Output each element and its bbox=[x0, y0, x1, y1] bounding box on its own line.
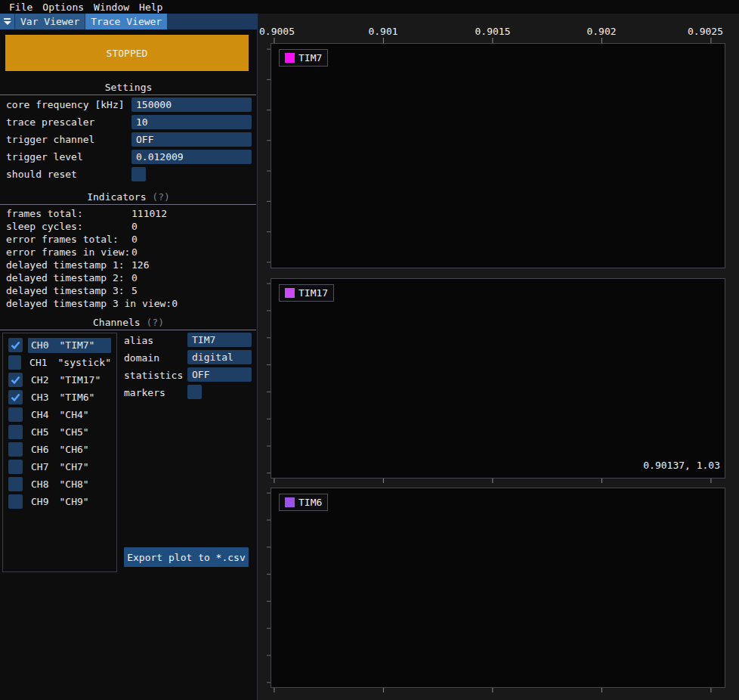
trace-prescaler-input[interactable]: 10 bbox=[131, 115, 252, 129]
trace-viewer-window: File Options Window Help Var Viewer Trac… bbox=[0, 0, 739, 700]
channel-row-ch5[interactable]: CH5"CH5" bbox=[8, 424, 111, 440]
channel-label[interactable]: CH1"systick" bbox=[26, 355, 111, 370]
settings-header: Settings bbox=[0, 81, 257, 94]
menu-help[interactable]: Help bbox=[138, 2, 164, 13]
channel-label[interactable]: CH2"TIM17" bbox=[28, 373, 111, 388]
indicator-value: 0 bbox=[172, 297, 178, 310]
channel-id: CH0 bbox=[31, 339, 48, 351]
collapse-arrow-icon bbox=[4, 18, 11, 20]
legend-tim17[interactable]: TIM17 bbox=[279, 284, 334, 302]
channel-row-ch4[interactable]: CH4"CH4" bbox=[8, 407, 111, 423]
channel-checkbox-ch1[interactable] bbox=[8, 355, 21, 370]
markers-checkbox[interactable] bbox=[187, 385, 202, 399]
channels-header: Channels (?) bbox=[0, 316, 257, 329]
channel-checkbox-ch6[interactable] bbox=[8, 442, 23, 457]
channel-label[interactable]: CH6"CH6" bbox=[28, 442, 111, 457]
indicator-value: 0 bbox=[131, 233, 138, 246]
x-tick-label: 0.9005 bbox=[259, 26, 295, 37]
channel-checkbox-ch4[interactable] bbox=[8, 407, 23, 422]
domain-select[interactable]: digital bbox=[187, 350, 252, 364]
indicator-label: delayed timestamp 2: bbox=[6, 271, 131, 284]
tim7-color-swatch bbox=[285, 53, 295, 63]
channel-checkbox-ch0[interactable] bbox=[8, 338, 23, 352]
should-reset-checkbox[interactable] bbox=[131, 167, 146, 181]
core-frequency-input[interactable]: 150000 bbox=[131, 98, 252, 112]
separator bbox=[0, 94, 256, 95]
legend-label: TIM6 bbox=[298, 497, 322, 507]
channel-label[interactable]: CH9"CH9" bbox=[28, 494, 111, 510]
channel-checkbox-ch8[interactable] bbox=[8, 477, 23, 491]
channel-row-ch8[interactable]: CH8"CH8" bbox=[8, 476, 111, 492]
tab-var-viewer[interactable]: Var Viewer bbox=[15, 14, 85, 29]
channel-row-ch0[interactable]: CH0"TIM7" bbox=[8, 337, 111, 353]
plot-tim7[interactable]: TIM7 bbox=[265, 38, 731, 274]
channel-row-ch2[interactable]: CH2"TIM17" bbox=[8, 372, 111, 388]
channel-checkbox-ch9[interactable] bbox=[8, 494, 23, 509]
setting-label: trigger channel bbox=[6, 132, 94, 147]
plot-frame[interactable]: TIM6 bbox=[271, 488, 725, 688]
channel-checkbox-ch7[interactable] bbox=[8, 460, 23, 474]
collapse-arrow-icon bbox=[4, 21, 11, 25]
indicators-header: Indicators (?) bbox=[0, 190, 257, 203]
window-menu-button[interactable] bbox=[0, 14, 14, 29]
indicator-label: frames total: bbox=[6, 207, 131, 220]
trigger-level-input[interactable]: 0.012009 bbox=[131, 150, 252, 164]
setting-label: trigger level bbox=[6, 150, 83, 164]
channel-alias: "TIM17" bbox=[59, 374, 100, 386]
channel-row-ch3[interactable]: CH3"TIM6" bbox=[8, 389, 111, 405]
tab-bar: Var Viewer Trace Viewer bbox=[0, 14, 258, 29]
setting-label: trace prescaler bbox=[6, 115, 94, 129]
setting-row: trigger channelOFF bbox=[0, 132, 257, 147]
acquisition-state-button[interactable]: STOPPED bbox=[5, 35, 249, 71]
setting-row: trace prescaler10 bbox=[0, 115, 257, 129]
channel-id: CH2 bbox=[31, 374, 48, 386]
channel-row-ch1[interactable]: CH1"systick" bbox=[8, 355, 111, 370]
channel-label[interactable]: CH7"CH7" bbox=[28, 460, 111, 475]
legend-tim7[interactable]: TIM7 bbox=[279, 49, 328, 67]
channel-row-ch6[interactable]: CH6"CH6" bbox=[8, 441, 111, 457]
legend-label: TIM7 bbox=[298, 53, 322, 63]
domain-label: domain bbox=[124, 351, 159, 365]
indicator-value: 5 bbox=[131, 284, 138, 297]
export-csv-button[interactable]: Export plot to *.csv bbox=[124, 547, 249, 567]
tim6-color-swatch bbox=[285, 497, 295, 507]
legend-tim6[interactable]: TIM6 bbox=[279, 494, 328, 511]
channels-help-icon[interactable]: (?) bbox=[146, 317, 163, 328]
plot-tim17[interactable]: TIM17 0.90137, 1.03 bbox=[265, 273, 731, 484]
channel-row-ch9[interactable]: CH9"CH9" bbox=[8, 494, 111, 510]
channel-label[interactable]: CH8"CH8" bbox=[28, 477, 111, 492]
plot-tim6[interactable]: TIM6 bbox=[265, 482, 731, 693]
indicator-label: error frames total: bbox=[6, 233, 131, 246]
trigger-channel-select[interactable]: OFF bbox=[131, 132, 252, 147]
should-reset-label: should reset bbox=[6, 167, 77, 181]
channel-checkbox-ch5[interactable] bbox=[8, 425, 23, 439]
tab-trace-viewer[interactable]: Trace Viewer bbox=[85, 14, 167, 29]
channel-label[interactable]: CH0"TIM7" bbox=[28, 338, 111, 353]
channel-id: CH5 bbox=[31, 426, 48, 438]
separator bbox=[0, 204, 256, 205]
indicator-value: 0 bbox=[131, 220, 138, 233]
indicator-label: delayed timestamp 3: bbox=[6, 284, 131, 297]
channel-row-ch7[interactable]: CH7"CH7" bbox=[8, 459, 111, 475]
menu-file[interactable]: File bbox=[8, 2, 34, 13]
markers-label: markers bbox=[124, 386, 165, 400]
menu-window[interactable]: Window bbox=[92, 2, 131, 13]
channel-checkbox-ch3[interactable] bbox=[8, 390, 23, 404]
channel-label[interactable]: CH3"TIM6" bbox=[28, 390, 111, 405]
indicator-row: delayed timestamp 3 in view:0 bbox=[6, 297, 252, 310]
indicators-help-icon[interactable]: (?) bbox=[152, 191, 169, 203]
statistics-select[interactable]: OFF bbox=[187, 367, 252, 382]
plot-frame[interactable]: TIM7 bbox=[271, 43, 725, 268]
control-panel: STOPPED Settings core frequency [kHz]150… bbox=[0, 29, 258, 700]
menu-options[interactable]: Options bbox=[41, 2, 85, 13]
indicator-row: delayed timestamp 2:0 bbox=[6, 271, 252, 284]
setting-label: core frequency [kHz] bbox=[6, 98, 125, 112]
channel-id: CH6 bbox=[31, 444, 48, 455]
plot-frame[interactable]: TIM17 0.90137, 1.03 bbox=[271, 278, 725, 479]
setting-row: core frequency [kHz]150000 bbox=[0, 98, 257, 112]
alias-input[interactable]: TIM7 bbox=[187, 333, 252, 347]
channel-label[interactable]: CH5"CH5" bbox=[28, 425, 111, 440]
channel-checkbox-ch2[interactable] bbox=[8, 373, 23, 387]
channel-label[interactable]: CH4"CH4" bbox=[28, 407, 111, 423]
indicator-label: sleep cycles: bbox=[6, 220, 131, 233]
